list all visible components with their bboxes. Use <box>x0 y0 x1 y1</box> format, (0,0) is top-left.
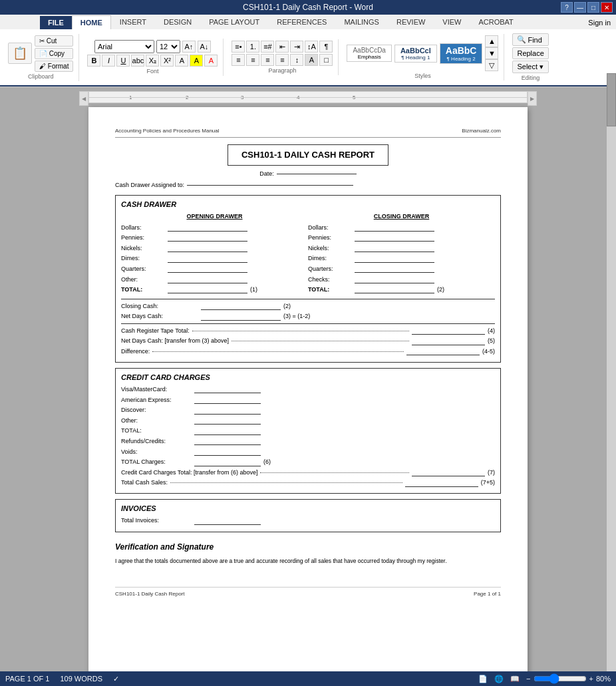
align-right-btn[interactable]: ≡ <box>261 54 274 66</box>
close-pennies-field[interactable] <box>355 234 434 242</box>
open-pennies-field[interactable] <box>168 234 247 242</box>
font-grow-btn[interactable]: A↑ <box>182 41 196 53</box>
close-total-field[interactable] <box>355 285 434 293</box>
styles-scroll-down[interactable]: ▼ <box>485 47 498 59</box>
help-btn[interactable]: ? <box>561 2 573 13</box>
discover-field[interactable] <box>194 407 261 415</box>
subscript-btn[interactable]: X₂ <box>146 55 159 67</box>
voids-field[interactable] <box>194 448 261 456</box>
tape-field[interactable] <box>412 327 485 335</box>
justify-btn[interactable]: ≡ <box>275 54 289 66</box>
tab-home[interactable]: HOME <box>72 15 111 29</box>
select-button[interactable]: Select ▾ <box>512 61 548 73</box>
net-days-field[interactable] <box>201 313 281 321</box>
close-btn[interactable]: ✕ <box>601 2 613 13</box>
refunds-field[interactable] <box>194 437 261 445</box>
cc-charges-field[interactable] <box>412 468 485 476</box>
open-dollars-label: Dollars: <box>121 224 168 232</box>
borders-btn[interactable]: □ <box>319 54 333 66</box>
view-web-icon[interactable]: 🌐 <box>494 675 504 683</box>
align-left-btn[interactable]: ≡ <box>231 54 245 66</box>
open-dimes-field[interactable] <box>168 255 247 263</box>
clear-format-btn[interactable]: A <box>175 55 188 67</box>
amex-field[interactable] <box>194 396 261 404</box>
font-color-btn[interactable]: A <box>204 55 218 67</box>
open-nickels-field[interactable] <box>168 244 247 252</box>
align-center-btn[interactable]: ≡ <box>246 54 259 66</box>
tab-mailings[interactable]: MAILINGS <box>335 15 388 29</box>
cash-sales-field[interactable] <box>405 479 478 487</box>
strikethrough-btn[interactable]: abc <box>131 55 144 67</box>
scroll-thumb[interactable] <box>607 73 616 126</box>
style-heading1[interactable]: AaBbCcl ¶ Heading 1 <box>394 45 437 63</box>
date-label: Date: <box>259 170 274 178</box>
style-heading2[interactable]: AaBbC ¶ Heading 2 <box>440 43 483 64</box>
superscript-btn[interactable]: X² <box>160 55 174 67</box>
tab-page-layout[interactable]: PAGE LAYOUT <box>200 15 268 29</box>
zoom-slider[interactable] <box>534 673 587 684</box>
open-total-field[interactable] <box>168 285 247 293</box>
vertical-scrollbar[interactable] <box>607 73 616 671</box>
sign-in[interactable]: Sign in <box>583 16 616 29</box>
format-painter-button[interactable]: 🖌 Format <box>35 61 73 72</box>
copy-button[interactable]: 📄 Copy <box>35 48 73 59</box>
net-days2-field[interactable] <box>412 337 485 345</box>
tab-file[interactable]: FILE <box>40 16 72 29</box>
font-size-select[interactable]: 12 <box>156 40 180 53</box>
cc-other-field[interactable] <box>194 417 261 425</box>
numbering-btn[interactable]: 1. <box>246 41 259 53</box>
shading-btn[interactable]: A <box>305 54 318 66</box>
drawer-field[interactable] <box>187 185 353 186</box>
maximize-btn[interactable]: □ <box>587 2 599 13</box>
find-button[interactable]: 🔍 Find <box>512 33 548 46</box>
increase-indent-btn[interactable]: ⇥ <box>290 41 303 53</box>
tab-references[interactable]: REFERENCES <box>268 15 335 29</box>
close-dimes-field[interactable] <box>355 255 434 263</box>
bullets-btn[interactable]: ≡• <box>231 41 245 53</box>
tab-design[interactable]: DESIGN <box>155 15 200 29</box>
paste-button[interactable]: 📋 <box>8 43 32 64</box>
date-field[interactable] <box>277 174 357 174</box>
cut-button[interactable]: ✂ Cut <box>35 35 73 47</box>
visa-field[interactable] <box>194 385 261 393</box>
total-invoices-field[interactable] <box>194 517 261 525</box>
tab-acrobat[interactable]: ACROBAT <box>470 15 522 29</box>
styles-scroll-up[interactable]: ▲ <box>485 35 498 47</box>
cc-total-field[interactable] <box>194 427 261 435</box>
decrease-indent-btn[interactable]: ⇤ <box>275 41 289 53</box>
difference-field[interactable] <box>406 347 480 355</box>
font-shrink-btn[interactable]: A↓ <box>198 41 211 53</box>
tab-insert[interactable]: INSERT <box>111 15 155 29</box>
replace-button[interactable]: Replace <box>512 47 548 59</box>
close-nickels-field[interactable] <box>355 244 434 252</box>
zoom-in-btn[interactable]: + <box>589 675 593 683</box>
line-spacing-btn[interactable]: ↕ <box>290 54 303 66</box>
open-quarters-field[interactable] <box>168 265 247 273</box>
tab-view[interactable]: VIEW <box>434 15 470 29</box>
style-emphasis[interactable]: AaBbCcDa Emphasis <box>347 45 391 62</box>
show-formatting-btn[interactable]: ¶ <box>319 41 333 53</box>
view-print-icon[interactable]: 📄 <box>478 675 488 683</box>
open-dollars-field[interactable] <box>168 224 247 232</box>
sort-btn[interactable]: ↕A <box>305 41 318 53</box>
bold-button[interactable]: B <box>87 55 100 67</box>
minimize-btn[interactable]: — <box>574 2 586 13</box>
italic-button[interactable]: I <box>102 55 115 67</box>
total-invoices-label: Total Invoices: <box>121 516 194 525</box>
open-other-field[interactable] <box>168 275 247 283</box>
styles-more[interactable]: ▽ <box>485 59 498 71</box>
multilevel-btn[interactable]: ≡# <box>261 41 274 53</box>
cc-charges-total-label: Credit Card Charges Total: [transfer fro… <box>121 468 257 477</box>
highlight-btn[interactable]: A <box>190 55 203 67</box>
view-read-icon[interactable]: 📖 <box>510 675 520 683</box>
font-face-select[interactable]: Arial <box>94 40 154 53</box>
close-checks-field[interactable] <box>355 275 434 283</box>
ruler: 1 2 3 4 5 <box>88 91 528 103</box>
close-quarters-field[interactable] <box>355 265 434 273</box>
zoom-out-btn[interactable]: − <box>526 675 530 683</box>
tab-review[interactable]: REVIEW <box>388 15 434 29</box>
total-charges-field[interactable] <box>194 458 261 466</box>
underline-button[interactable]: U <box>116 55 130 67</box>
closing-cash-field[interactable] <box>201 302 281 310</box>
close-dollars-field[interactable] <box>355 224 434 232</box>
